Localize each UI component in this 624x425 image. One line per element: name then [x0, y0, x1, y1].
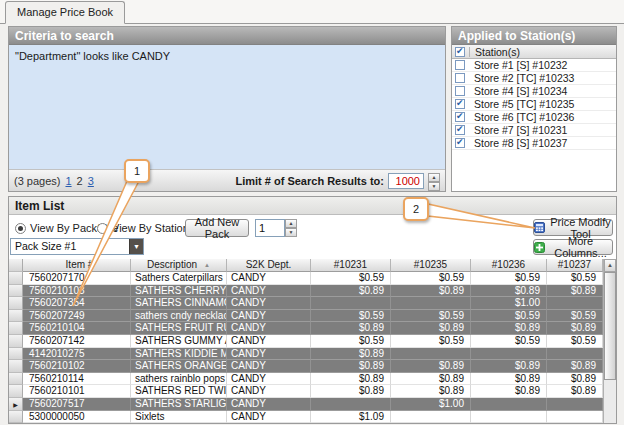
price-cell[interactable]: [547, 297, 603, 310]
row-selector[interactable]: [9, 310, 23, 323]
price-cell[interactable]: $0.89: [311, 360, 391, 373]
table-row[interactable]: 5300000050SixletsCANDY$1.09: [9, 411, 616, 423]
price-cell[interactable]: [471, 348, 547, 361]
price-cell[interactable]: $0.89: [471, 360, 547, 373]
row-selector[interactable]: [9, 348, 23, 361]
station-checkbox[interactable]: ✔: [455, 138, 465, 148]
vertical-scrollbar[interactable]: ▲: [603, 259, 616, 423]
spinner-up-icon[interactable]: ▲: [285, 219, 297, 228]
price-cell[interactable]: $0.59: [547, 310, 603, 323]
spinner-up-icon[interactable]: ▲: [428, 173, 440, 182]
spinner-down-icon[interactable]: ▼: [285, 228, 297, 237]
price-cell[interactable]: $0.89: [547, 285, 603, 298]
more-columns-button[interactable]: More Columns...: [533, 239, 613, 255]
price-cell[interactable]: $0.89: [471, 373, 547, 386]
price-cell[interactable]: $0.89: [391, 360, 471, 373]
price-cell[interactable]: $0.59: [311, 310, 391, 323]
price-cell[interactable]: [311, 398, 391, 411]
price-cell[interactable]: [547, 411, 603, 423]
station-row[interactable]: Store #4 [S] #10234: [452, 85, 616, 98]
station-checkbox[interactable]: ✔: [455, 112, 465, 122]
price-cell[interactable]: [391, 411, 471, 423]
column-header-item[interactable]: Item #: [23, 259, 131, 272]
price-cell[interactable]: $0.89: [391, 322, 471, 335]
page-link-1[interactable]: 1: [65, 175, 71, 187]
price-cell[interactable]: $0.59: [391, 310, 471, 323]
price-cell[interactable]: [311, 297, 391, 310]
column-header-10235[interactable]: #10235: [391, 259, 471, 272]
row-selector[interactable]: [9, 322, 23, 335]
radio-view-by-station[interactable]: View By Station: [97, 222, 189, 234]
row-selector[interactable]: [9, 272, 23, 285]
price-cell[interactable]: [547, 348, 603, 361]
price-cell[interactable]: $0.89: [391, 285, 471, 298]
price-cell[interactable]: $0.89: [547, 385, 603, 398]
price-cell[interactable]: $0.59: [547, 272, 603, 285]
price-cell[interactable]: $0.89: [311, 373, 391, 386]
pack-count-input[interactable]: [255, 219, 285, 237]
column-header-dept[interactable]: S2K Dept.: [227, 259, 311, 272]
select-all-checkbox[interactable]: ✔: [455, 47, 465, 57]
table-row[interactable]: 7560207170Sathers CaterpillarsCANDY$0.59…: [9, 272, 616, 285]
row-selector[interactable]: [9, 373, 23, 386]
price-cell[interactable]: [471, 398, 547, 411]
station-row[interactable]: Store #2 [TC] #10233: [452, 72, 616, 85]
price-cell[interactable]: $0.89: [311, 348, 391, 361]
table-row[interactable]: 7560207142SATHERS GUMMY A...CANDY$0.59$0…: [9, 335, 616, 348]
price-cell[interactable]: $0.89: [311, 285, 391, 298]
table-row[interactable]: ▶7560207517SATHERS STARLIGHCANDY$1.00: [9, 398, 616, 411]
tab-manage-price-book[interactable]: Manage Price Book: [5, 1, 125, 24]
price-cell[interactable]: $1.00: [471, 297, 547, 310]
price-cell[interactable]: [391, 297, 471, 310]
station-row[interactable]: Store #1 [S] #10232: [452, 59, 616, 72]
price-cell[interactable]: $0.89: [391, 373, 471, 386]
table-row[interactable]: 7560210103SATHERS CHERRY ...CANDY$0.89$0…: [9, 285, 616, 298]
column-header-10237[interactable]: #10237: [547, 259, 603, 272]
row-selector[interactable]: [9, 411, 23, 423]
price-cell[interactable]: $0.89: [547, 373, 603, 386]
scroll-up-icon[interactable]: ▲: [604, 259, 616, 272]
table-row[interactable]: 7560207249sathers cndy necklaceCANDY$0.5…: [9, 310, 616, 323]
station-row[interactable]: ✔Store #7 [S] #10231: [452, 124, 616, 137]
station-checkbox[interactable]: ✔: [455, 125, 465, 135]
table-row[interactable]: 7560207354SATHERS CINNAMO...CANDY$1.00: [9, 297, 616, 310]
station-row[interactable]: ✔Store #6 [TC] #10236: [452, 111, 616, 124]
add-new-pack-button[interactable]: Add New Pack: [185, 219, 249, 237]
price-cell[interactable]: $0.89: [471, 385, 547, 398]
price-cell[interactable]: $0.59: [391, 272, 471, 285]
price-cell[interactable]: $0.89: [311, 322, 391, 335]
row-selector[interactable]: [9, 297, 23, 310]
price-cell[interactable]: $0.59: [311, 272, 391, 285]
price-cell[interactable]: [471, 411, 547, 423]
station-checkbox[interactable]: [455, 73, 465, 83]
price-cell[interactable]: [547, 398, 603, 411]
station-checkbox[interactable]: [455, 86, 465, 96]
table-row[interactable]: 7560210101SATHERS RED TWI...CANDY$0.89$0…: [9, 385, 616, 398]
price-cell[interactable]: $1.09: [311, 411, 391, 423]
price-cell[interactable]: $0.89: [547, 322, 603, 335]
row-selector[interactable]: ▶: [9, 398, 23, 411]
pack-size-dropdown[interactable]: Pack Size #1 ▼: [10, 238, 144, 255]
price-cell[interactable]: $0.59: [471, 310, 547, 323]
table-row[interactable]: 7560210114sathers rainblo popsCANDY$0.89…: [9, 373, 616, 386]
price-cell[interactable]: $0.89: [471, 285, 547, 298]
price-cell[interactable]: $1.00: [391, 398, 471, 411]
row-selector[interactable]: [9, 335, 23, 348]
price-cell[interactable]: $0.89: [471, 322, 547, 335]
row-selector[interactable]: [9, 385, 23, 398]
column-header-10231[interactable]: #10231: [311, 259, 391, 272]
station-checkbox[interactable]: ✔: [455, 99, 465, 109]
column-header-description[interactable]: Description▲: [131, 259, 227, 272]
column-header-10236[interactable]: #10236: [471, 259, 547, 272]
price-cell[interactable]: $0.59: [471, 272, 547, 285]
price-cell[interactable]: $0.59: [391, 335, 471, 348]
criteria-query-area[interactable]: "Department" looks like CANDY: [9, 45, 445, 169]
price-modify-tool-button[interactable]: Price Modify Tool: [533, 219, 613, 236]
price-cell[interactable]: $0.59: [471, 335, 547, 348]
table-row[interactable]: 4142010275SATHERS KIDDIE MIXCANDY$0.89: [9, 348, 616, 361]
table-row[interactable]: 7560210102SATHERS ORANGE ...CANDY$0.89$0…: [9, 360, 616, 373]
row-selector[interactable]: [9, 285, 23, 298]
page-link-3[interactable]: 3: [88, 175, 94, 187]
row-selector[interactable]: [9, 360, 23, 373]
price-cell[interactable]: $0.89: [311, 385, 391, 398]
